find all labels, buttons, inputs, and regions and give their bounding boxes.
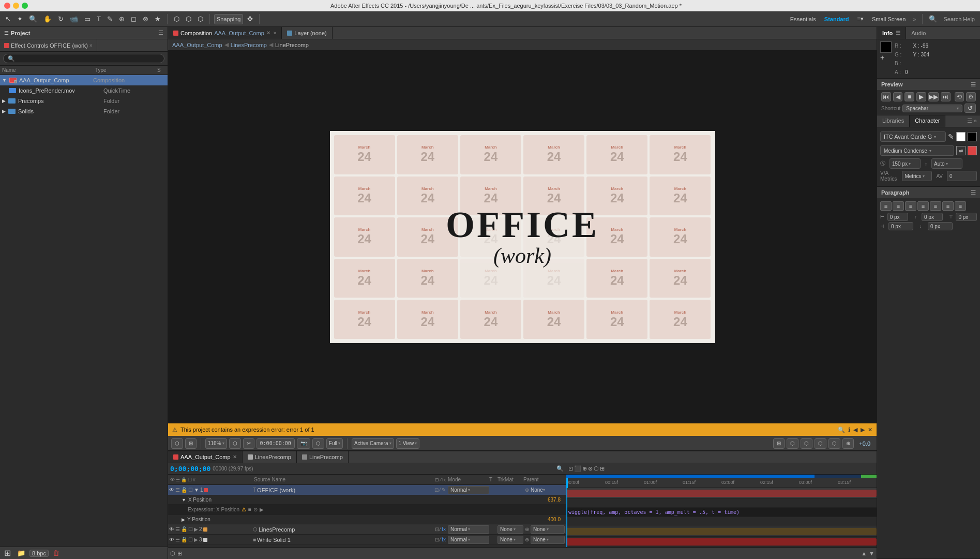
info-color-swatch[interactable] <box>880 41 892 53</box>
breadcrumb-aaa[interactable]: AAA_Output_Comp <box>172 42 222 48</box>
snapping-label[interactable]: Snapping <box>214 14 244 24</box>
audio-tab[interactable]: Audio <box>906 27 931 39</box>
workspace-essentials[interactable]: Essentials <box>787 16 819 22</box>
workspace-small-screen[interactable]: Small Screen <box>869 16 909 22</box>
layer-row-2[interactable]: 👁 ☰ 🔓 ☐ ▶ 2 ⬡ LinesPrecomp ⊡ ∕ <box>168 524 566 535</box>
viewer-grid-btn[interactable]: ⊞ <box>185 438 197 449</box>
error-next-icon[interactable]: ▶ <box>861 426 865 433</box>
layer-1-shy[interactable]: ☐ <box>188 487 193 493</box>
para-space-after-val[interactable]: 0 px <box>928 222 953 230</box>
workspace-standard[interactable]: Standard <box>821 16 852 22</box>
viewer-crop-btn[interactable]: ✂ <box>243 438 254 449</box>
timeline-search-btn[interactable]: 🔍 <box>556 465 564 472</box>
error-info-icon[interactable]: ℹ <box>848 426 850 433</box>
shape-tool[interactable]: ▭ <box>82 14 93 24</box>
info-tab-menu[interactable]: ☰ <box>896 30 900 36</box>
tl-bottom-btn-4[interactable]: ▼ <box>869 550 875 556</box>
para-indent-top-val[interactable]: 0 px <box>956 213 977 221</box>
tl-btn-4[interactable]: ⊗ <box>588 465 593 472</box>
tl-btn-6[interactable]: ⊞ <box>600 465 605 472</box>
delete-btn[interactable]: 🗑 <box>51 548 62 558</box>
layer-3-trkmat[interactable]: None ▾ <box>497 536 523 544</box>
para-justify-all[interactable]: ≡ <box>955 201 966 211</box>
para-align-right[interactable]: ≡ <box>905 201 916 211</box>
viewer-views-dropdown[interactable]: 1 View ▾ <box>396 438 420 449</box>
layer-1-mode[interactable]: Normal ▾ <box>448 486 489 494</box>
new-comp-btn[interactable]: ⊞ <box>2 547 13 559</box>
char-kern-field[interactable]: Metrics ▾ <box>902 171 932 181</box>
para-indent-left-val[interactable]: 0 px <box>887 213 909 221</box>
layer-2-solo[interactable]: ☰ <box>175 526 180 532</box>
tl-btn-5[interactable]: ⬡ <box>594 465 599 472</box>
char-size-field[interactable]: 150 px ▾ <box>889 158 921 169</box>
viewer-reset-btn[interactable]: ⊕ <box>842 438 854 449</box>
viewer-safe-zones-btn[interactable]: ⬡ <box>815 438 826 449</box>
viewer-camera-btn[interactable]: 📷 <box>297 438 310 449</box>
align-btn[interactable]: ⬡ <box>172 14 182 24</box>
info-tab[interactable]: Info ☰ <box>877 27 906 39</box>
character-tab[interactable]: Character <box>910 115 945 127</box>
layer-1-visibility[interactable]: 👁 <box>169 487 174 493</box>
breadcrumb-lines[interactable]: LinesPrecomp <box>231 42 267 48</box>
text-tool[interactable]: T <box>95 14 103 24</box>
viewer-layout-btn[interactable]: ⊞ <box>773 438 785 449</box>
layer-1-lock[interactable]: 🔓 <box>181 487 187 493</box>
hand-tool[interactable]: ✋ <box>41 14 54 24</box>
layer-row-3[interactable]: 👁 ☰ 🔓 ☐ ▶ 3 ■ White Solid 1 ⊡ ∕ <box>168 535 566 545</box>
shortcut-key-display[interactable]: Spacebar ▾ <box>902 105 962 112</box>
layer-2-parent-dropdown[interactable]: None ▾ <box>531 525 565 534</box>
preview-first-frame[interactable]: ⏮ <box>881 92 891 101</box>
preview-prev-frame[interactable]: ◀ <box>893 92 903 101</box>
stamp-tool[interactable]: ⊕ <box>117 14 127 24</box>
viewer-snap-btn[interactable]: ⬡ <box>171 438 183 449</box>
paragraph-menu[interactable]: ☰ <box>971 189 976 196</box>
effect-controls-expand[interactable]: » <box>89 42 93 48</box>
para-justify-center[interactable]: ≡ <box>930 201 941 211</box>
prop-y-triangle[interactable]: ▶ <box>182 517 185 522</box>
layer-3-parent-dropdown[interactable]: None ▾ <box>531 536 565 544</box>
prop-x-triangle[interactable]: ▼ <box>182 497 186 503</box>
timeline-tab-aaa[interactable]: AAA_Output_Comp ✕ <box>168 451 243 463</box>
layer-2-shy[interactable]: ☐ <box>188 526 193 532</box>
viewer-guides-btn[interactable]: ⬡ <box>787 438 798 449</box>
layer-2-lock[interactable]: 🔓 <box>181 526 187 532</box>
char-font-name-dropdown[interactable]: ITC Avant Garde G ▾ <box>880 131 946 142</box>
bpc-label[interactable]: 8 bpc <box>29 550 49 557</box>
libraries-tab[interactable]: Libraries <box>877 115 910 127</box>
layer-3-mode[interactable]: Normal ▾ <box>448 536 489 544</box>
layer-2-name[interactable]: LinesPrecomp <box>259 526 435 533</box>
selection-tool[interactable]: ↖ <box>3 14 13 24</box>
preview-play[interactable]: ▶ <box>916 92 926 101</box>
workspace-expand[interactable]: » <box>911 16 918 22</box>
char-stroke-color[interactable] <box>968 132 977 141</box>
layer-1-name[interactable]: OFFICE (work) <box>257 487 434 493</box>
viewer-quality-dropdown[interactable]: Full ▾ <box>326 438 343 449</box>
search-toggle[interactable]: 🔍 <box>927 14 939 24</box>
brush-tool[interactable]: ✎ <box>105 14 115 24</box>
layer-2-sw1[interactable]: ⊡ <box>435 526 439 532</box>
composition-tab[interactable]: Composition AAA_Output_Comp ✕ » <box>168 27 282 39</box>
tl-bottom-btn-1[interactable]: ⬡ <box>170 550 175 557</box>
layer-1-solo[interactable]: ☰ <box>175 487 180 493</box>
tl-btn-3[interactable]: ⊕ <box>582 465 587 472</box>
distribute-btn[interactable]: ⬡ <box>184 14 193 24</box>
para-indent-right-val[interactable]: 0 px <box>888 222 913 230</box>
error-prev-icon[interactable]: ◀ <box>853 426 857 433</box>
preview-settings[interactable]: ⚙ <box>966 92 976 101</box>
expr-icon3[interactable]: ▶ <box>260 507 264 512</box>
project-menu-btn[interactable]: ☰ <box>158 30 163 36</box>
playhead-marker[interactable] <box>566 478 568 488</box>
viewer-3d-btn[interactable]: ⬡ <box>312 438 324 449</box>
char-fill-color[interactable] <box>956 132 966 141</box>
char-eyedropper[interactable]: ✎ <box>948 133 954 141</box>
viewer-zoom-dropdown[interactable]: 116% ▾ <box>205 438 227 449</box>
tl-bottom-btn-3[interactable]: ▲ <box>861 550 867 556</box>
error-search-icon[interactable]: 🔍 <box>838 426 845 433</box>
comp-tab-expand[interactable]: » <box>274 30 277 36</box>
shortcut-reset[interactable]: ↺ <box>964 104 976 113</box>
expr-icon2[interactable]: ⊙ <box>253 507 258 512</box>
project-item-solids[interactable]: ▶ Solids Folder <box>0 106 168 116</box>
error-close-icon[interactable]: ✕ <box>868 426 872 433</box>
char-line-height-field[interactable]: Auto ▾ <box>931 158 962 169</box>
after-fx-btn[interactable]: 📹 <box>68 14 80 24</box>
